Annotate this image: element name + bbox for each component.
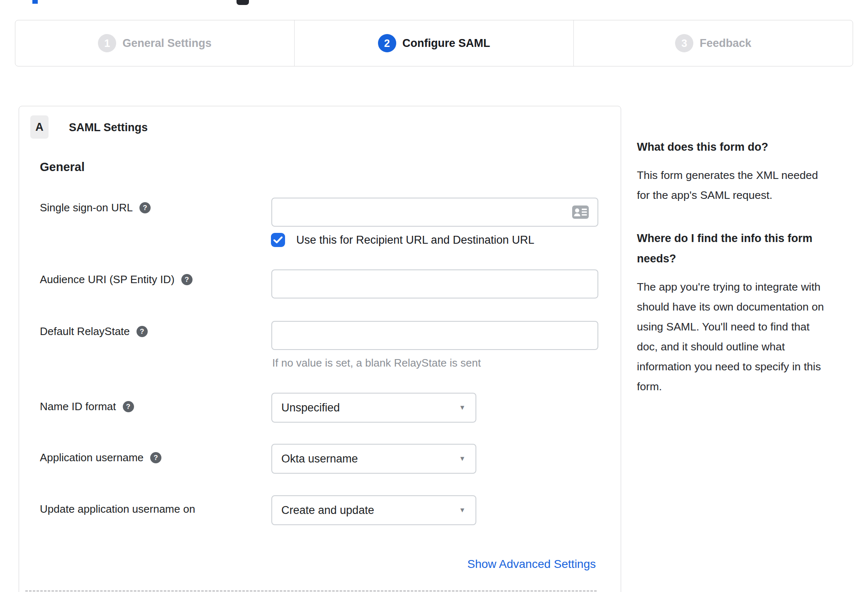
selected-value: Create and update bbox=[281, 504, 374, 517]
show-advanced-settings-link[interactable]: Show Advanced Settings bbox=[467, 558, 596, 571]
help-icon[interactable]: ? bbox=[123, 401, 134, 412]
help-answer: This form generates the XML neededfor th… bbox=[637, 165, 833, 205]
help-question: What does this form do? bbox=[637, 137, 849, 157]
caret-down-icon: ▼ bbox=[459, 404, 466, 411]
step-configure-saml[interactable]: 2 Configure SAML bbox=[294, 20, 573, 66]
sso-url-label: Single sign-on URL ? bbox=[40, 201, 151, 214]
name-id-format-label: Name ID format ? bbox=[40, 400, 134, 413]
relaystate-hint: If no value is set, a blank RelayState i… bbox=[272, 357, 481, 369]
help-answer: The app you're trying to integrate withs… bbox=[637, 277, 849, 396]
help-question: Where do I find the info this formneeds? bbox=[637, 228, 849, 269]
clipped-blue-fragment bbox=[32, 0, 38, 4]
help-column: What does this form do? This form genera… bbox=[637, 137, 849, 396]
step-number-badge: 2 bbox=[378, 34, 396, 52]
step-label: Feedback bbox=[700, 37, 751, 50]
audience-uri-input[interactable] bbox=[271, 269, 598, 298]
update-app-username-select[interactable]: Create and update ▼ bbox=[271, 495, 476, 525]
application-username-label: Application username ? bbox=[40, 451, 161, 464]
default-relaystate-label: Default RelayState ? bbox=[40, 325, 148, 338]
help-icon[interactable]: ? bbox=[150, 452, 161, 463]
name-id-format-select[interactable]: Unspecified ▼ bbox=[271, 393, 476, 423]
step-label: General Settings bbox=[122, 37, 212, 50]
default-relaystate-input[interactable] bbox=[271, 321, 598, 350]
selected-value: Okta username bbox=[281, 453, 358, 465]
saml-settings-title: SAML Settings bbox=[69, 121, 148, 134]
step-number-badge: 3 bbox=[675, 34, 693, 52]
recipient-url-checkbox-row[interactable]: Use this for Recipient URL and Destinati… bbox=[271, 233, 534, 247]
help-icon[interactable]: ? bbox=[139, 202, 151, 213]
caret-down-icon: ▼ bbox=[459, 455, 466, 462]
recipient-url-checkbox[interactable] bbox=[271, 233, 285, 247]
checkmark-icon bbox=[273, 236, 283, 244]
help-block-what: What does this form do? This form genera… bbox=[637, 137, 849, 205]
application-username-select[interactable]: Okta username ▼ bbox=[271, 444, 476, 474]
section-divider bbox=[25, 590, 597, 592]
sso-url-input[interactable] bbox=[271, 198, 598, 227]
configure-saml-page: 1 General Settings 2 Configure SAML 3 Fe… bbox=[0, 0, 868, 592]
section-a-badge: A bbox=[30, 115, 49, 139]
step-feedback[interactable]: 3 Feedback bbox=[573, 20, 853, 66]
step-label: Configure SAML bbox=[402, 37, 490, 50]
saml-settings-panel: A SAML Settings General Single sign-on U… bbox=[19, 106, 621, 592]
clipped-title-fragment bbox=[237, 0, 249, 5]
help-icon[interactable]: ? bbox=[137, 326, 148, 337]
wizard-stepper: 1 General Settings 2 Configure SAML 3 Fe… bbox=[15, 20, 853, 66]
help-block-where: Where do I find the info this formneeds?… bbox=[637, 228, 849, 396]
selected-value: Unspecified bbox=[281, 401, 340, 414]
general-group-title: General bbox=[40, 160, 85, 174]
help-icon[interactable]: ? bbox=[181, 274, 193, 285]
step-number-badge: 1 bbox=[98, 34, 116, 52]
recipient-url-checkbox-label[interactable]: Use this for Recipient URL and Destinati… bbox=[296, 234, 534, 247]
audience-uri-label: Audience URI (SP Entity ID) ? bbox=[40, 273, 193, 286]
caret-down-icon: ▼ bbox=[459, 506, 466, 514]
step-general-settings[interactable]: 1 General Settings bbox=[15, 20, 294, 66]
update-app-username-label: Update application username on bbox=[40, 503, 195, 516]
